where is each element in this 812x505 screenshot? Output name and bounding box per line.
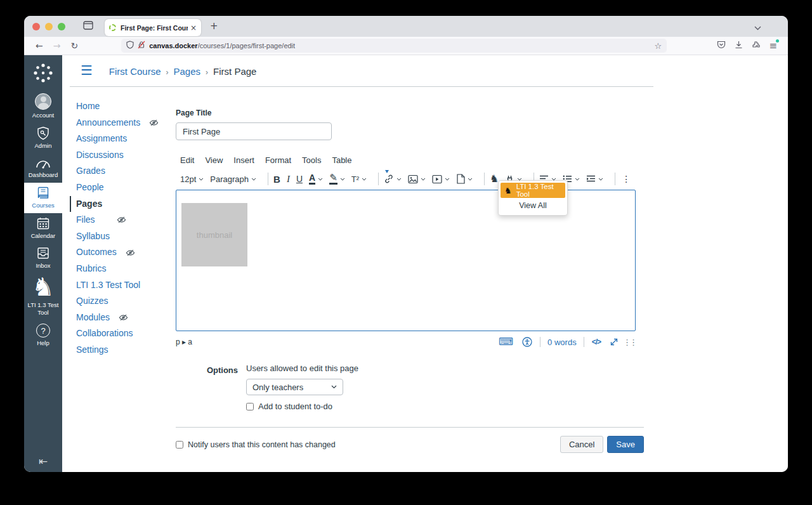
- cancel-button[interactable]: Cancel: [560, 436, 603, 453]
- font-size-select[interactable]: 12pt: [180, 174, 204, 184]
- text-color-button[interactable]: A: [309, 173, 323, 185]
- firefox-view-icon[interactable]: [83, 21, 93, 32]
- thumbnail-placeholder-image[interactable]: thumbnail: [181, 203, 247, 266]
- link-button[interactable]: [384, 174, 402, 184]
- collapse-global-nav-icon[interactable]: ⇤: [24, 456, 62, 467]
- app-menu-icon[interactable]: ≡: [769, 41, 777, 51]
- shield-icon[interactable]: [126, 40, 134, 51]
- navbar-right-icons: ≡: [712, 41, 782, 51]
- highlight-color-button[interactable]: ✎: [329, 173, 345, 185]
- browser-tab[interactable]: First Page: First Course ×: [105, 19, 201, 36]
- course-nav-people[interactable]: People: [76, 180, 171, 196]
- course-nav-rubrics[interactable]: Rubrics: [76, 261, 171, 277]
- menu-view[interactable]: View: [205, 155, 223, 165]
- canvas-favicon-icon: [109, 24, 116, 31]
- insecure-lock-icon[interactable]: [138, 40, 145, 51]
- menu-tools[interactable]: Tools: [302, 155, 321, 165]
- list-tabs-chevron-icon[interactable]: [754, 22, 761, 33]
- course-nav-home[interactable]: Home: [76, 98, 171, 115]
- keyboard-shortcuts-icon[interactable]: ⌨: [499, 337, 513, 347]
- url-bar[interactable]: canvas.docker/courses/1/pages/first-page…: [121, 39, 667, 53]
- course-nav-assignments[interactable]: Assignments: [76, 131, 171, 147]
- menu-insert[interactable]: Insert: [233, 155, 254, 165]
- breadcrumb: First Course›Pages›First Page: [109, 66, 257, 77]
- fullscreen-icon[interactable]: [610, 338, 619, 346]
- download-icon[interactable]: [735, 41, 743, 51]
- course-nav-files[interactable]: Files: [76, 212, 171, 228]
- unicorn-icon: ♞: [504, 187, 512, 195]
- bold-button[interactable]: B: [273, 174, 280, 185]
- underline-button[interactable]: U: [296, 174, 303, 184]
- browser-window: First Page: First Course × + ← → ↻ canva…: [24, 16, 788, 472]
- lti-dropdown-item-test-tool[interactable]: ♞ LTI 1.3 Test Tool: [501, 183, 565, 198]
- forward-button[interactable]: →: [53, 41, 61, 50]
- accessibility-checker-icon[interactable]: [522, 337, 532, 347]
- course-nav-grades[interactable]: Grades: [76, 163, 171, 180]
- course-nav-outcomes[interactable]: Outcomes: [76, 244, 171, 261]
- calendar-icon: [36, 216, 50, 230]
- header-divider: [70, 86, 653, 87]
- page-title-input[interactable]: [176, 122, 332, 140]
- media-button[interactable]: [432, 174, 450, 184]
- course-nav-settings[interactable]: Settings: [76, 342, 171, 358]
- course-nav-announcements[interactable]: Announcements: [76, 115, 171, 131]
- notify-checkbox-row[interactable]: Notify users that this content has chang…: [176, 440, 336, 449]
- course-nav-collaborations[interactable]: Collaborations: [76, 325, 171, 342]
- indent-button[interactable]: [586, 175, 603, 183]
- url-domain: canvas.docker: [149, 42, 197, 49]
- extensions-puzzle-icon[interactable]: [752, 41, 760, 51]
- inbox-icon: [36, 246, 50, 260]
- course-nav-quizzes[interactable]: Quizzes: [76, 293, 171, 310]
- word-count[interactable]: 0 words: [547, 338, 577, 347]
- course-nav-pages[interactable]: Pages: [70, 196, 171, 213]
- close-window-button[interactable]: [32, 23, 40, 30]
- menu-edit[interactable]: Edit: [180, 155, 194, 165]
- breadcrumb-course-link[interactable]: First Course: [109, 66, 161, 77]
- course-nav-syllabus[interactable]: Syllabus: [76, 228, 171, 245]
- italic-button[interactable]: I: [287, 174, 290, 185]
- lti-dropdown-item-view-all[interactable]: View All: [501, 198, 565, 213]
- edit-permission-select[interactable]: Only teachers: [246, 379, 343, 395]
- global-nav-inbox[interactable]: Inbox: [24, 243, 62, 273]
- back-button[interactable]: ←: [36, 41, 43, 50]
- course-nav-modules[interactable]: Modules: [76, 310, 171, 326]
- save-button[interactable]: Save: [607, 436, 644, 453]
- image-button[interactable]: [408, 174, 426, 184]
- menu-notification-dot: [776, 39, 779, 43]
- html-editor-icon[interactable]: </>: [592, 338, 601, 346]
- element-path[interactable]: p ▸ a: [176, 338, 192, 346]
- global-nav-help[interactable]: ? Help: [24, 320, 62, 351]
- document-button[interactable]: [456, 174, 473, 184]
- global-nav-lti-tool[interactable]: ♞ LTI 1.3 Test Tool: [24, 273, 62, 320]
- chevron-down-icon: [331, 385, 337, 389]
- pocket-icon[interactable]: [717, 41, 726, 51]
- notify-checkbox[interactable]: [176, 441, 183, 449]
- block-format-select[interactable]: Paragraph: [210, 174, 256, 184]
- zoom-window-button[interactable]: [58, 23, 65, 30]
- global-nav-dashboard[interactable]: Dashboard: [24, 154, 62, 183]
- bookmark-star-icon[interactable]: ☆: [655, 42, 662, 50]
- breadcrumb-pages-link[interactable]: Pages: [174, 66, 201, 77]
- reload-button[interactable]: ↻: [70, 41, 78, 50]
- global-nav-admin[interactable]: Admin: [24, 123, 62, 154]
- toolbar-more-icon[interactable]: ⋮: [622, 174, 631, 183]
- url-text[interactable]: canvas.docker/courses/1/pages/first-page…: [149, 42, 654, 49]
- menu-format[interactable]: Format: [265, 155, 291, 165]
- tab-close-icon[interactable]: ×: [190, 24, 197, 32]
- course-nav-discussions[interactable]: Discussions: [76, 147, 171, 164]
- course-menu-hamburger-icon[interactable]: ☰: [81, 64, 93, 77]
- minimize-window-button[interactable]: [45, 23, 53, 30]
- superscript-button[interactable]: T²: [351, 174, 367, 184]
- course-nav-lti-test-tool[interactable]: LTI 1.3 Test Tool: [76, 277, 171, 294]
- global-nav-account[interactable]: Account: [24, 90, 62, 123]
- new-tab-button[interactable]: +: [210, 22, 218, 31]
- menu-table[interactable]: Table: [332, 155, 351, 165]
- resize-handle-icon[interactable]: ⋮⋮: [623, 338, 636, 346]
- window-controls[interactable]: [32, 23, 65, 30]
- canvas-logo-icon[interactable]: [32, 62, 54, 86]
- global-nav-courses[interactable]: Courses: [24, 183, 62, 213]
- todo-checkbox[interactable]: [246, 403, 254, 410]
- todo-checkbox-row[interactable]: Add to student to-do: [246, 402, 358, 411]
- global-nav-calendar[interactable]: Calendar: [24, 213, 62, 244]
- hidden-eye-icon: [126, 248, 135, 258]
